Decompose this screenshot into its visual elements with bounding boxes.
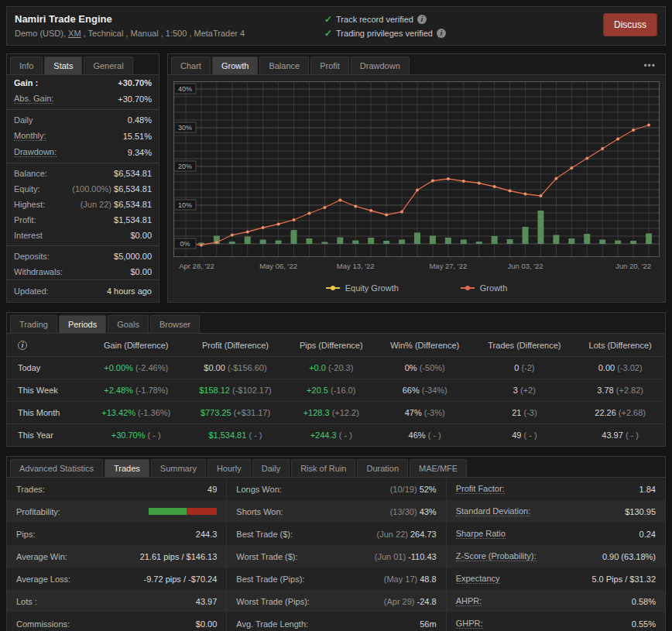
- period-cell: $158.12 (-$102.17): [184, 379, 286, 402]
- stat-value: $6,534.81: [114, 169, 152, 178]
- tab-trades[interactable]: Trades: [105, 459, 149, 477]
- chart-menu-button[interactable]: •••: [637, 57, 662, 74]
- stat-value: 43.97: [196, 597, 218, 606]
- stat-label: Z-Score (Probability):: [456, 551, 537, 561]
- tab-browser[interactable]: Browser: [150, 315, 200, 333]
- info-icon[interactable]: i: [18, 341, 27, 350]
- period-cell: +20.5 (-16.0): [286, 379, 376, 402]
- tab-growth[interactable]: Growth: [212, 57, 258, 74]
- stat-row: Equity:(100.00%) $6,534.81: [7, 181, 159, 197]
- stat-label: Withdrawals:: [14, 267, 63, 276]
- page: Namiri Trade Engine Demo (USD), XM , Tec…: [0, 0, 672, 631]
- tab-chart[interactable]: Chart: [171, 57, 211, 74]
- period-cell: +2.48% (-1.78%): [87, 379, 184, 402]
- info-icon[interactable]: i: [437, 29, 446, 38]
- stat-row: Standard Deviation:$130.95: [447, 500, 665, 523]
- account-title: Namiri Trade Engine: [15, 13, 324, 25]
- discuss-button[interactable]: Discuss: [603, 13, 657, 36]
- column-header: Trades (Difference): [473, 334, 575, 357]
- period-cell: 22.26 (+2.68): [575, 402, 665, 424]
- stat-row: Monthly:15.51%: [7, 128, 159, 144]
- account-info: Namiri Trade Engine Demo (USD), XM , Tec…: [15, 13, 324, 38]
- tab-goals[interactable]: Goals: [108, 315, 149, 333]
- legend-item[interactable]: Equity Growth: [326, 283, 399, 293]
- broker-link[interactable]: XM: [68, 29, 81, 38]
- tab-general[interactable]: General: [84, 57, 132, 74]
- stat-row: Gain :+30.70%: [7, 75, 159, 91]
- subtitle-suffix: , Technical , Manual , 1:500 , MetaTrade…: [81, 29, 245, 38]
- stat-value: $1,534.81: [114, 215, 152, 225]
- periods-header-row-tr: i Gain (Difference)Profit (Difference)Pi…: [7, 334, 665, 357]
- legend-item[interactable]: Growth: [461, 283, 507, 293]
- stat-row: Commissions:$0.00: [7, 612, 226, 631]
- stat-row: Expectancy5.0 Pips / $31.32: [447, 568, 665, 590]
- stat-row: Best Trade (Pips):(May 17) 48.8: [227, 568, 445, 590]
- tab-profit[interactable]: Profit: [310, 57, 349, 74]
- tab-duration[interactable]: Duration: [357, 459, 408, 477]
- tab-periods[interactable]: Periods: [59, 315, 106, 333]
- stat-row: GHPR:0.55%: [447, 612, 665, 631]
- tab-summary[interactable]: Summary: [151, 459, 206, 477]
- stat-row: AHPR:0.58%: [447, 590, 665, 612]
- stat-value: 21.61 pips / $146.13: [140, 552, 218, 561]
- stats-panel: InfoStatsGeneral Gain :+30.70%Abs. Gain:…: [6, 53, 159, 303]
- stats-col-3: Profit Factor:1.84Standard Deviation:$13…: [446, 478, 665, 631]
- period-cell: $773.25 (+$31.17): [184, 402, 286, 424]
- stat-row: Average Win:21.61 pips / $146.13: [7, 545, 226, 568]
- period-label: This Month: [7, 402, 87, 424]
- verified-text: Trading privileges verified: [336, 29, 433, 38]
- column-header: Win% (Difference): [376, 334, 474, 357]
- tab-balance[interactable]: Balance: [259, 57, 309, 74]
- stat-row: Lots :43.97: [7, 590, 226, 612]
- tab-stats[interactable]: Stats: [44, 57, 82, 74]
- period-cell: +0.0 (-20.3): [286, 357, 376, 379]
- stat-label: Profit:: [14, 215, 36, 225]
- tab-hourly[interactable]: Hourly: [207, 459, 251, 477]
- period-cell: 66% (-34%): [376, 379, 474, 402]
- period-cell: 3.78 (+2.82): [575, 379, 665, 402]
- left-panel-tabs: InfoStatsGeneral: [7, 54, 159, 75]
- tab-mae-mfe[interactable]: MAE/MFE: [410, 459, 467, 477]
- stat-label: Sharpe Ratio: [456, 529, 506, 539]
- period-cell: 43.97 ( - ): [575, 424, 665, 447]
- info-icon[interactable]: i: [417, 15, 427, 24]
- stat-label: Longs Won:: [236, 485, 282, 494]
- period-cell: 0.00 (-3.02): [575, 357, 665, 379]
- stat-value: (Jun 22) 264.73: [377, 530, 437, 539]
- stat-value: 244.3: [196, 530, 218, 539]
- stat-row: Abs. Gain:+30.70%: [7, 91, 159, 110]
- tab-daily[interactable]: Daily: [252, 459, 290, 477]
- chart-tabbar: ChartGrowthBalanceProfitDrawdown •••: [168, 54, 665, 75]
- stat-row: Trades:49: [7, 478, 226, 500]
- svg-text:Jun 03, '22: Jun 03, '22: [507, 262, 543, 270]
- header-actions: Discuss: [603, 13, 657, 36]
- stat-row: Withdrawals:$0.00: [7, 264, 159, 279]
- stat-row: Updated:4 hours ago: [7, 279, 159, 299]
- chart-tabs: ChartGrowthBalanceProfitDrawdown: [171, 57, 410, 74]
- verified-text: Track record verified: [336, 15, 413, 24]
- tab-drawdown[interactable]: Drawdown: [351, 57, 410, 74]
- check-icon: ✓: [324, 14, 332, 25]
- subtitle-prefix: Demo (USD),: [15, 29, 68, 38]
- stat-value: 0.48%: [128, 115, 152, 125]
- tab-info[interactable]: Info: [10, 57, 43, 74]
- tab-risk-of-ruin[interactable]: Risk of Ruin: [291, 459, 355, 477]
- chart-body: 0%10%20%30%40%Apr 28, '22May 06, '22May …: [168, 75, 665, 277]
- stat-label: Shorts Won:: [236, 507, 283, 516]
- stat-value: $0.00: [130, 231, 152, 240]
- period-cell: +0.00% (-2.46%): [87, 357, 184, 379]
- stat-label: Average Loss:: [16, 574, 70, 584]
- period-cell: +244.3 ( - ): [286, 424, 376, 447]
- stat-row: Worst Trade ($):(Jun 01) -110.43: [227, 545, 445, 568]
- stat-value: (10/19) 52%: [390, 485, 437, 494]
- period-cell: 0 (-2): [473, 357, 575, 379]
- stat-value: (May 17) 48.8: [384, 574, 437, 584]
- stat-row: Shorts Won:(13/30) 43%: [227, 500, 445, 523]
- tab-advanced-statistics[interactable]: Advanced Statistics: [10, 459, 103, 477]
- stat-label: Expectancy: [456, 574, 500, 584]
- period-cell: $1,534.81 ( - ): [184, 424, 286, 447]
- stat-value: (100.00%) $6,534.81: [72, 184, 152, 194]
- period-cell: +30.70% ( - ): [87, 424, 184, 447]
- stat-value: 0.58%: [632, 597, 656, 606]
- tab-trading[interactable]: Trading: [10, 315, 57, 333]
